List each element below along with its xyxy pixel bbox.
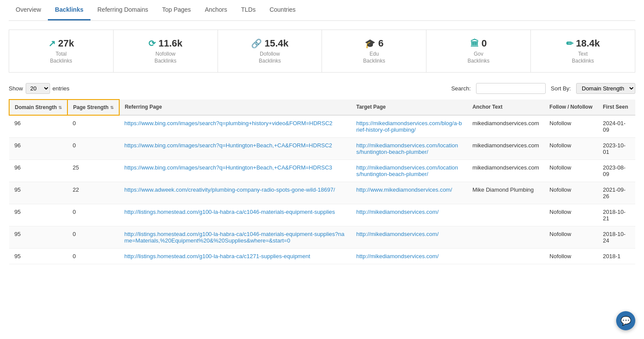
- tab-referring-domains[interactable]: Referring Domains: [91, 0, 155, 20]
- table-row: 960https://www.bing.com/images/search?q=…: [9, 115, 635, 138]
- target-page-cell[interactable]: http://mikediamondservices.com/: [351, 204, 467, 226]
- stat-value: ✏ 18.4k: [540, 38, 626, 49]
- referring-page-cell[interactable]: https://www.bing.com/images/search?q=Hun…: [119, 160, 351, 182]
- first-seen-cell: 2023-10-01: [597, 138, 635, 160]
- col-header-target-page: Target Page: [351, 100, 467, 115]
- target-page-cell[interactable]: http://mikediamondservices.com/: [351, 249, 467, 264]
- search-label: Search:: [451, 85, 471, 92]
- table-link[interactable]: http://listings.homestead.com/g100-la-ha…: [124, 231, 345, 244]
- page-strength-cell: 0: [67, 115, 119, 138]
- table-link[interactable]: http://mikediamondservices.com/locations…: [356, 142, 458, 155]
- target-page-cell[interactable]: http://mikediamondservices.com/locations…: [351, 138, 467, 160]
- table-link[interactable]: http://listings.homestead.com/g100-la-ha…: [124, 209, 335, 215]
- stat-icon: 🎓: [365, 38, 376, 49]
- stat-value: ↗ 27k: [18, 38, 104, 49]
- col-header-page-strength[interactable]: Page Strength ⇅: [67, 100, 119, 115]
- referring-page-cell[interactable]: https://www.adweek.com/creativity/plumbi…: [119, 182, 351, 204]
- stat-label: EduBacklinks: [331, 51, 417, 64]
- table-link[interactable]: http://mikediamondservices.com/: [356, 253, 439, 259]
- entries-label: entries: [53, 85, 70, 92]
- table-link[interactable]: http://www.mikediamondservices.com/: [356, 186, 452, 193]
- table-row: 950http://listings.homestead.com/g100-la…: [9, 204, 635, 226]
- stat-value: ⟳ 11.6k: [122, 38, 209, 49]
- target-page-cell[interactable]: http://www.mikediamondservices.com/: [351, 182, 467, 204]
- backlinks-table-wrapper: Domain Strength ⇅Page Strength ⇅Referrin…: [9, 99, 635, 264]
- first-seen-cell: 2023-08-09: [597, 160, 635, 182]
- table-row: 950http://listings.homestead.com/g100-la…: [9, 249, 635, 264]
- follow-cell: Nofollow: [544, 182, 598, 204]
- sort-icon: ⇅: [110, 105, 114, 110]
- domain-strength-cell: 95: [9, 226, 67, 249]
- follow-cell: Nofollow: [544, 115, 598, 138]
- first-seen-cell: 2018-10-21: [597, 204, 635, 226]
- tab-overview[interactable]: Overview: [9, 0, 48, 20]
- anchor-text-cell: mikediamondservices.com: [467, 138, 544, 160]
- page-strength-cell: 0: [67, 249, 119, 264]
- table-link[interactable]: http://mikediamondservices.com/locations…: [356, 164, 458, 177]
- anchor-text-cell: [467, 249, 544, 264]
- sort-select[interactable]: Domain StrengthPage StrengthFirst Seen: [576, 83, 635, 94]
- target-page-cell[interactable]: http://mikediamondservices.com/: [351, 226, 467, 249]
- page-strength-cell: 0: [67, 226, 119, 249]
- domain-strength-cell: 96: [9, 115, 67, 138]
- col-header-follow-nofollow: Follow / Nofollow: [544, 100, 598, 115]
- follow-cell: Nofollow: [544, 138, 598, 160]
- stat-icon: ⟳: [148, 38, 156, 49]
- table-link[interactable]: https://www.bing.com/images/search?q=Hun…: [124, 142, 332, 149]
- col-header-anchor-text: Anchor Text: [467, 100, 544, 115]
- controls-row: Show 20 50 100 entries Search: Sort By: …: [9, 83, 635, 94]
- target-page-cell[interactable]: https://mikediamondservices.com/blog/a-b…: [351, 115, 467, 138]
- table-link[interactable]: http://listings.homestead.com/g100-la-ha…: [124, 253, 310, 259]
- anchor-text-cell: Mike Diamond Plumbing: [467, 182, 544, 204]
- col-header-domain-strength[interactable]: Domain Strength ⇅: [9, 100, 67, 115]
- table-link[interactable]: https://www.adweek.com/creativity/plumbi…: [124, 186, 335, 193]
- first-seen-cell: 2018-10-24: [597, 226, 635, 249]
- referring-page-cell[interactable]: http://listings.homestead.com/g100-la-ha…: [119, 204, 351, 226]
- tab-top-pages[interactable]: Top Pages: [155, 0, 198, 20]
- search-input[interactable]: [476, 83, 546, 94]
- stat-label: GovBacklinks: [435, 51, 522, 64]
- tab-bar: OverviewBacklinksReferring DomainsTop Pa…: [9, 0, 635, 21]
- tab-backlinks[interactable]: Backlinks: [48, 0, 90, 20]
- stat-card-0: ↗ 27k TotalBacklinks: [9, 30, 114, 72]
- referring-page-cell[interactable]: http://listings.homestead.com/g100-la-ha…: [119, 226, 351, 249]
- col-header-first-seen: First Seen: [597, 100, 635, 115]
- col-header-referring-page: Referring Page: [119, 100, 351, 115]
- domain-strength-cell: 95: [9, 249, 67, 264]
- target-page-cell[interactable]: http://mikediamondservices.com/locations…: [351, 160, 467, 182]
- anchor-text-cell: [467, 204, 544, 226]
- page-strength-cell: 25: [67, 160, 119, 182]
- stat-value: 🎓 6: [331, 38, 417, 49]
- stat-icon: ✏: [566, 38, 574, 49]
- stat-card-5: ✏ 18.4k TextBacklinks: [531, 30, 635, 72]
- show-label: Show: [9, 85, 23, 92]
- referring-page-cell[interactable]: http://listings.homestead.com/g100-la-ha…: [119, 249, 351, 264]
- stat-label: TotalBacklinks: [18, 51, 104, 64]
- stat-card-1: ⟳ 11.6k NofollowBacklinks: [114, 30, 218, 72]
- first-seen-cell: 2021-09-26: [597, 182, 635, 204]
- sort-label: Sort By:: [551, 85, 571, 92]
- page-strength-cell: 0: [67, 138, 119, 160]
- entries-select[interactable]: 20 50 100: [26, 83, 50, 94]
- first-seen-cell: 2018-1: [597, 249, 635, 264]
- table-row: 9625https://www.bing.com/images/search?q…: [9, 160, 635, 182]
- tab-countries[interactable]: Countries: [262, 0, 302, 20]
- follow-cell: Nofollow: [544, 160, 598, 182]
- domain-strength-cell: 95: [9, 204, 67, 226]
- table-link[interactable]: https://www.bing.com/images/search?q=Hun…: [124, 164, 332, 171]
- table-link[interactable]: http://mikediamondservices.com/: [356, 231, 439, 237]
- tab-anchors[interactable]: Anchors: [198, 0, 234, 20]
- anchor-text-cell: mikediamondservices.com: [467, 115, 544, 138]
- tab-tlds[interactable]: TLDs: [234, 0, 262, 20]
- domain-strength-cell: 95: [9, 182, 67, 204]
- table-link[interactable]: http://mikediamondservices.com/: [356, 209, 439, 215]
- referring-page-cell[interactable]: https://www.bing.com/images/search?q=Hun…: [119, 138, 351, 160]
- anchor-text-cell: mikediamondservices.com: [467, 160, 544, 182]
- referring-page-cell[interactable]: https://www.bing.com/images/search?q=plu…: [119, 115, 351, 138]
- table-link[interactable]: https://www.bing.com/images/search?q=plu…: [124, 120, 332, 126]
- table-link[interactable]: https://mikediamondservices.com/blog/a-b…: [356, 120, 462, 133]
- stat-label: NofollowBacklinks: [122, 51, 209, 64]
- follow-cell: Nofollow: [544, 204, 598, 226]
- stat-value: 🏛 0: [435, 38, 522, 49]
- table-row: 950http://listings.homestead.com/g100-la…: [9, 226, 635, 249]
